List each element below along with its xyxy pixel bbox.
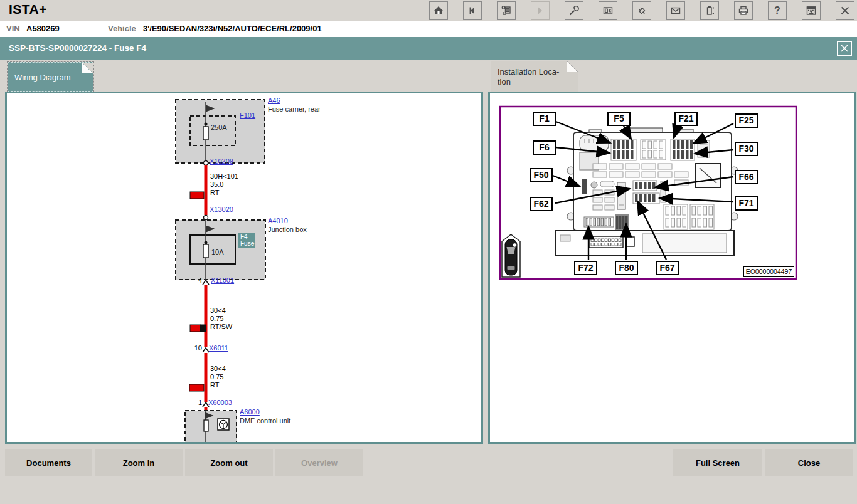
wrench-icon [568, 4, 580, 17]
fuse-label-f80: F80 [615, 261, 638, 275]
link-a4010[interactable]: A4010 [268, 217, 288, 224]
wire-segment-3-label: 30<4 0.75 RT [210, 365, 226, 389]
vehicle-value: 3'/E90/SEDAN/323i/N52/AUTO/ECE/RL/2009/0… [143, 24, 322, 33]
workshop-window-button[interactable] [802, 1, 821, 20]
plug-icon [636, 4, 648, 17]
pin-number: 10 [189, 344, 202, 352]
vin-label: VIN [6, 24, 20, 33]
operations-list-button[interactable] [497, 1, 516, 20]
fuse-label-f30: F30 [735, 142, 758, 156]
fuse-label-f5: F5 [607, 112, 631, 126]
close-icon [839, 4, 851, 17]
fuse-rating-10a: 10A [211, 248, 224, 256]
zoom-in-button[interactable]: Zoom in [95, 449, 183, 476]
fuse-label-f50: F50 [530, 168, 553, 182]
full-screen-button[interactable]: Full Screen [673, 449, 762, 476]
close-button[interactable]: Close [765, 449, 853, 476]
fuse-rating-250a: 250A [211, 123, 227, 131]
tab-fold-corner [567, 61, 578, 72]
home-button[interactable] [429, 1, 448, 20]
fuse-label-f62: F62 [530, 197, 553, 211]
vehicle-label: Vehicle [108, 24, 136, 33]
back-button[interactable] [463, 1, 482, 20]
connector-button[interactable] [632, 1, 651, 20]
wiring-diagram-panel: A46 Fuse carrier, rear F101 250A X10209 … [5, 92, 483, 444]
document-close-button[interactable] [837, 41, 852, 56]
print-button[interactable] [734, 1, 753, 20]
document-title: SSP-BTS-SP0000027224 - Fuse F4 [9, 43, 146, 53]
pin-number: 4 [193, 276, 202, 284]
figure-id: EO0000004497 [743, 266, 794, 277]
documents-button[interactable]: Documents [5, 449, 92, 476]
ista-window: ISTA+ ? VIN A580269 Vehicle 3'/E90/SEDAN… [0, 0, 857, 504]
link-x10209[interactable]: X10209 [210, 157, 233, 165]
link-x60003[interactable]: X60003 [208, 399, 232, 406]
fuse-label-f67: F67 [656, 261, 679, 275]
svg-text:?: ? [774, 5, 780, 16]
fuse-label-f66: F66 [735, 170, 758, 184]
a6000-description: DME control unit [240, 417, 290, 424]
help-icon: ? [771, 4, 784, 17]
tab-installation-label-line2: tion [498, 77, 511, 87]
app-header: ISTA+ ? [0, 0, 857, 21]
fuse-label-f25: F25 [735, 113, 758, 128]
home-icon [432, 4, 445, 17]
wire-segment-2-label: 30<4 0.75 RT/SW [210, 307, 232, 331]
link-a46[interactable]: A46 [268, 97, 280, 104]
wiring-diagram-graphic [7, 93, 481, 442]
mail-icon [669, 4, 682, 17]
wire-segment-1-label: 30H<101 35.0 RT [210, 172, 238, 197]
app-title: ISTA+ [9, 2, 47, 17]
operations-list-icon [500, 4, 513, 17]
tab-wiring-diagram-label: Wiring Diagram [14, 73, 71, 82]
vehicle-info-bar: VIN A580269 Vehicle 3'/E90/SEDAN/323i/N5… [0, 21, 857, 37]
link-a6000[interactable]: A6000 [240, 408, 260, 416]
a4010-description: Junction box [268, 226, 307, 233]
measuring-device-icon [602, 4, 614, 17]
exit-button[interactable] [836, 1, 854, 20]
installation-location-panel: F1 F5 F21 F25 F6 F30 F50 F66 F62 F71 F72… [488, 92, 856, 444]
mail-button[interactable] [666, 1, 685, 20]
tab-installation-label-line1: Installation Loca- [498, 67, 559, 76]
service-plan-button[interactable] [565, 1, 583, 20]
zoom-out-button[interactable]: Zoom out [185, 449, 273, 476]
tab-wiring-diagram[interactable]: Wiring Diagram [8, 62, 93, 92]
car-orientation-icon [502, 234, 520, 277]
pin-number: 1 [194, 399, 202, 406]
a46-description: Fuse carrier, rear [268, 105, 321, 113]
fuse-label-f21: F21 [674, 112, 698, 126]
main-toolbar: ? [414, 1, 854, 20]
forward-button[interactable] [531, 1, 550, 20]
back-icon [466, 4, 479, 17]
overview-button: Overview [275, 449, 363, 476]
tab-installation-location[interactable]: Installation Loca- tion [491, 61, 578, 92]
document-title-bar: SSP-BTS-SP0000027224 - Fuse F4 [0, 37, 857, 60]
vin-value: A580269 [26, 24, 60, 33]
link-x11001[interactable]: X11001 [211, 276, 234, 284]
forward-icon [534, 4, 546, 17]
link-x13020[interactable]: X13020 [210, 206, 233, 213]
link-x6011[interactable]: X6011 [209, 344, 228, 352]
fuse-label-f71: F71 [735, 196, 758, 211]
battery-button[interactable] [700, 1, 719, 20]
fuse-label-f72: F72 [574, 261, 597, 275]
battery-icon [703, 4, 716, 17]
fuse-label-f1: F1 [533, 112, 556, 126]
window-minimize-icon [805, 4, 817, 17]
printer-icon [737, 4, 750, 17]
fuse-f4-badge: F4 Fuse [238, 233, 255, 248]
link-f101[interactable]: F101 [240, 112, 255, 119]
close-icon [840, 44, 849, 53]
help-button[interactable]: ? [768, 1, 787, 20]
tab-fold-corner [82, 63, 93, 73]
measuring-device-button[interactable] [599, 1, 617, 20]
fuse-label-f6: F6 [533, 140, 556, 155]
